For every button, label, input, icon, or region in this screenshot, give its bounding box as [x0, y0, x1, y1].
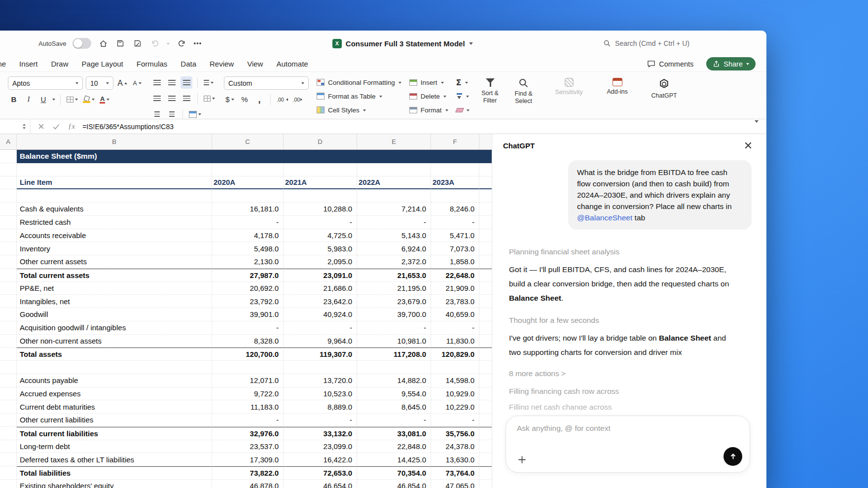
number-format-select[interactable]: Custom [224, 76, 309, 90]
cell-line-item[interactable]: Accounts receivable [17, 229, 212, 243]
cell-value[interactable]: 24,378.0 [431, 440, 479, 453]
fill-down-button[interactable] [456, 91, 470, 102]
cell-value[interactable]: 22,648.0 [431, 269, 479, 282]
cell-line-item[interactable]: Intangibles, net [17, 295, 212, 308]
cell-value[interactable]: 23,091.0 [284, 269, 357, 282]
cell-col-sliver[interactable] [479, 203, 492, 216]
shading-button[interactable] [188, 108, 202, 120]
align-center-button[interactable] [166, 92, 178, 105]
comma-format-button[interactable]: , [253, 93, 265, 105]
cell-col-sliver[interactable] [479, 387, 492, 401]
fx-icon[interactable]: ƒx [68, 122, 75, 131]
cell-value[interactable]: 33,132.0 [284, 427, 357, 440]
cell-line-item[interactable]: Total liabilities [17, 466, 212, 480]
cell-col-a[interactable] [0, 216, 17, 229]
chat-input[interactable] [517, 424, 724, 433]
cell-value[interactable]: 22,848.0 [357, 440, 431, 453]
name-box-spinner[interactable] [23, 122, 26, 131]
cell-col-sliver[interactable] [479, 163, 492, 176]
autosave-toggle[interactable] [72, 38, 91, 49]
enter-icon[interactable] [53, 124, 60, 130]
wrap-text-button[interactable] [203, 76, 215, 89]
cell-value[interactable]: 7,073.0 [431, 242, 479, 255]
cell-col-a[interactable] [0, 387, 17, 401]
cell-line-item[interactable]: Accrued expenses [17, 387, 212, 401]
cell-value[interactable]: 6,924.0 [357, 242, 431, 255]
home-icon[interactable] [98, 38, 108, 49]
cell-col-sliver[interactable] [479, 440, 492, 453]
cell-value[interactable]: 46,854.0 [357, 480, 431, 488]
italic-button[interactable]: I [23, 93, 35, 105]
column-header-b[interactable]: B [17, 134, 212, 149]
cell-value[interactable]: - [212, 414, 284, 427]
cell-value[interactable] [357, 189, 431, 203]
cell-value[interactable]: 39,901.0 [212, 308, 284, 321]
cell-value[interactable]: - [431, 414, 479, 427]
cell-value[interactable]: 20,692.0 [212, 282, 284, 295]
increase-indent-button[interactable] [166, 108, 178, 120]
cell-value[interactable]: 1,858.0 [431, 255, 479, 269]
cell-value[interactable]: 5,983.0 [284, 242, 357, 255]
chat-input-box[interactable] [506, 416, 750, 473]
cell-value[interactable]: 70,354.0 [357, 466, 431, 480]
cell-col-a[interactable] [0, 203, 17, 216]
formula-input[interactable]: =IS!E6/365*Assumptions!C83 [82, 123, 174, 131]
cell-value[interactable]: 7,214.0 [357, 203, 431, 216]
cell-col-sliver[interactable] [479, 282, 492, 295]
cell-value[interactable] [284, 189, 357, 203]
cell-col-sliver[interactable] [479, 480, 492, 488]
more-actions-link[interactable]: 8 more actions > [509, 369, 752, 378]
cell-line-item[interactable]: PP&E, net [17, 282, 212, 295]
column-header-f[interactable]: F [431, 134, 479, 149]
cell-value[interactable]: 23,679.0 [357, 295, 431, 308]
cell-line-item[interactable]: Total assets [17, 348, 212, 361]
cell-value[interactable]: 13,720.0 [284, 374, 357, 387]
cell-value[interactable] [212, 361, 284, 374]
cell-col-sliver[interactable] [479, 321, 492, 335]
cell-col-sliver[interactable] [479, 427, 492, 440]
document-title-area[interactable]: X Consumer Full 3 Statement Model [202, 39, 603, 48]
cell-line-item[interactable] [17, 189, 212, 203]
cell-value[interactable]: 32,976.0 [212, 427, 284, 440]
chatgpt-addin-button[interactable]: ChatGPT [648, 76, 681, 100]
column-header-e[interactable]: E [357, 134, 431, 149]
cell-value[interactable]: 23,792.0 [212, 295, 284, 308]
cell-value[interactable]: 8,246.0 [431, 203, 479, 216]
cell-col-sliver[interactable] [479, 361, 492, 374]
cell-value[interactable]: 5,143.0 [357, 229, 431, 243]
cell-value[interactable]: 40,924.0 [284, 308, 357, 321]
cell-value[interactable]: 23,099.0 [284, 440, 357, 453]
cell-value[interactable]: 11,183.0 [212, 400, 284, 414]
cell-line-item[interactable]: Long-term debt [17, 440, 212, 453]
cell-col-sliver[interactable] [479, 335, 492, 348]
cell-line-item[interactable]: Balance Sheet ($mm) [17, 150, 212, 163]
percent-format-button[interactable]: % [239, 93, 251, 105]
cell-value[interactable]: 73,822.0 [212, 466, 284, 480]
align-top-button[interactable] [151, 76, 163, 89]
cell-line-item[interactable]: Accounts payable [17, 374, 212, 387]
column-header-a[interactable]: A [0, 134, 17, 149]
name-box[interactable] [0, 119, 31, 134]
align-right-button[interactable] [181, 92, 192, 105]
increase-decimal-button[interactable]: .00 [276, 93, 289, 105]
cell-value[interactable]: 9,722.0 [212, 387, 284, 401]
cell-value[interactable]: 27,987.0 [212, 269, 284, 282]
attach-button[interactable] [515, 453, 528, 466]
tab-draw[interactable]: Draw [51, 60, 69, 68]
undo-chevron-icon[interactable] [167, 43, 170, 46]
cell-col-sliver[interactable] [479, 229, 492, 243]
cell-line-item[interactable]: Inventory [17, 242, 212, 255]
cell-value[interactable] [431, 361, 479, 374]
cell-value[interactable]: 2,130.0 [212, 255, 284, 269]
cell-value[interactable]: 33,081.0 [357, 427, 431, 440]
tab-automate[interactable]: Automate [276, 60, 308, 68]
align-middle-button[interactable] [166, 76, 178, 89]
cell-value[interactable] [357, 361, 431, 374]
cell-value[interactable]: - [357, 321, 431, 335]
cell-value[interactable]: 2023A [431, 176, 479, 190]
redo-icon[interactable] [176, 38, 187, 49]
underline-chevron-icon[interactable] [52, 99, 55, 102]
cell-value[interactable] [284, 150, 357, 163]
cell-value[interactable]: 16,181.0 [212, 203, 284, 216]
align-bottom-button[interactable] [181, 76, 192, 89]
